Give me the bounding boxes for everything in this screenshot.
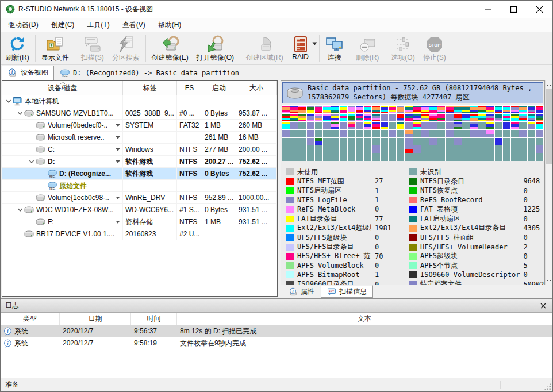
expand-chevron-icon[interactable] [16, 110, 24, 116]
tree-row-1[interactable]: SAMSUNG MZVLB1T0...0025_388B_9...#0 ...0… [2, 107, 277, 120]
block-map-cell [495, 130, 502, 137]
tree-row-9[interactable]: WDC WD10EZEX-08W...WD-WCC6Y6...#1 S...0 … [2, 204, 277, 216]
block-map-cell [315, 114, 322, 121]
block-map-cell [397, 138, 404, 145]
legend-label: Ext2/Ext3/Ext4超级块 [297, 223, 371, 233]
block-map-cell [421, 153, 429, 161]
log-panel-title: 日志 [5, 301, 19, 310]
block-map-cell [389, 106, 396, 113]
dropdown-arrow-icon[interactable] [312, 41, 317, 46]
dropdown-arrow-icon[interactable] [114, 196, 121, 200]
block-map-cell [331, 106, 339, 113]
device-fs-cell: #0 ... [177, 107, 202, 119]
block-map-cell [389, 122, 396, 129]
tree-header-col-1[interactable]: 标签 [123, 81, 177, 95]
device-size-cell [236, 95, 277, 107]
toolbar-separator [145, 35, 146, 62]
block-map-cell [429, 138, 437, 145]
block-map-cell [389, 130, 396, 137]
tree-header-col-0[interactable]: 设备/磁盘 [2, 81, 123, 95]
tree-row-7[interactable]: REC.原始文件 [2, 180, 277, 192]
block-map-cell [437, 122, 445, 129]
block-map-cell [348, 145, 355, 153]
menu-item-tools[interactable]: 工具(T) [80, 18, 116, 32]
tree-row-11[interactable]: BR17 DEVICE V1.00 1....20160823#2 U... [2, 228, 277, 240]
block-map-cell [478, 106, 486, 113]
rec-icon: REC. [47, 181, 57, 190]
toolbar-button-open-image[interactable]: 打开镜像(O) [193, 33, 238, 64]
toolbar-button-connect[interactable]: 连接 [321, 33, 348, 64]
block-map-cell [405, 145, 412, 153]
scrollbar-thumb[interactable] [546, 89, 552, 164]
log-close-button[interactable] [539, 301, 548, 310]
partition-search-icon [117, 35, 135, 52]
toolbar-button-refresh[interactable]: 刷新(R) [2, 33, 33, 64]
block-map-cell [381, 106, 388, 113]
log-text-cell: 8m 12s 的 D: 扫描已完成 [177, 326, 552, 336]
block-map-cell [298, 114, 306, 121]
tree-header: 设备/磁盘标签FS启动大小 [2, 81, 277, 95]
resize-grip[interactable] [544, 383, 551, 390]
tree-row-2[interactable]: Volume{0bedecf0-..SYSTEMFAT321 MB260 MB [2, 120, 277, 132]
tab-scan-information[interactable]: 扫描信息 [321, 285, 373, 298]
device-name: BR17 DEVICE V1.00 1.... [36, 230, 114, 238]
raid-icon [291, 35, 310, 52]
block-map-cell [315, 106, 322, 113]
expand-chevron-icon[interactable] [28, 159, 36, 164]
tree-row-4[interactable]: C:WindowsNTFS277 MB200.00 ... [2, 144, 277, 156]
scroll-up-icon[interactable] [546, 80, 552, 89]
create-image-icon [161, 35, 179, 52]
block-map-cell [413, 138, 421, 145]
tab-device-view[interactable]: i设备视图 [2, 66, 54, 80]
toolbar-button-raid[interactable]: RAID [287, 33, 317, 64]
tree-header-col-3[interactable]: 启动 [202, 81, 236, 95]
minimize-button[interactable] [475, 1, 501, 18]
log-header-col-2[interactable]: 时间 [131, 313, 177, 325]
menu-item-help[interactable]: 帮助(H) [152, 18, 188, 32]
log-row-0[interactable]: i系统2020/12/79:56:378m 12s 的 D: 扫描已完成 [1, 325, 552, 337]
log-row-1[interactable]: i系统2020/12/79:58:19文件枚举在9秒内完成 [1, 337, 552, 349]
log-header-col-3[interactable]: 文本 [177, 313, 552, 325]
toolbar-button-show-files[interactable]: 显示文件 [37, 33, 73, 64]
tree-row-3[interactable]: Microsoft reserve..261 MB16 MB [2, 132, 277, 144]
tree-row-5[interactable]: D:软件游戏NTFS200.27 ...752.62 ... [2, 156, 277, 168]
disk-icon [36, 121, 46, 130]
tree-header-label: 启动 [212, 83, 226, 93]
scroll-down-icon[interactable] [546, 277, 552, 285]
tree-row-8[interactable]: Volume{1ecb0c98-..WinRE_DRVNTFS952.89 ..… [2, 192, 277, 204]
legend-item: ReFS MetaBlock0 [286, 205, 405, 214]
block-map-cell [348, 130, 355, 137]
tree-header-col-4[interactable]: 大小 [236, 81, 277, 95]
close-button[interactable] [527, 1, 552, 18]
expand-chevron-icon[interactable] [16, 207, 24, 213]
toolbar-button-create-image[interactable]: 创建镜像(E) [148, 33, 193, 64]
tab-properties[interactable]: i属性 [282, 285, 321, 298]
maximize-button[interactable] [501, 1, 527, 18]
menu-item-create[interactable]: 创建(C) [45, 18, 81, 32]
tree-header-col-2[interactable]: FS [177, 81, 202, 95]
block-map-cell [478, 114, 486, 121]
dropdown-arrow-icon[interactable] [114, 136, 121, 140]
tab-recognized-partition[interactable]: REC.D: (Recognized0) -> Basic data parti… [54, 66, 245, 80]
block-map-cell [381, 153, 388, 161]
block-map-cell [397, 145, 404, 153]
tree-row-10[interactable]: F:资料存储NTFS1 MB931.51 ... [2, 216, 277, 228]
tree-row-0[interactable]: 本地计算机 [2, 95, 277, 107]
scrollbar[interactable] [545, 80, 552, 285]
expand-chevron-icon[interactable] [5, 98, 13, 104]
block-map-cell [511, 106, 519, 113]
log-header-col-1[interactable]: 日期 [60, 313, 131, 325]
dropdown-arrow-icon[interactable] [114, 148, 121, 152]
menu-item-drive[interactable]: 驱动器(D) [2, 18, 45, 32]
svg-text:REC.: REC. [62, 74, 68, 77]
dropdown-arrow-icon[interactable] [114, 124, 121, 128]
device-name: SAMSUNG MZVLB1T0... [36, 109, 114, 117]
dropdown-arrow-icon[interactable] [114, 160, 121, 164]
tree-row-6[interactable]: REC.D: (Recognize...软件游戏NTFS0 Bytes752.6… [2, 168, 277, 180]
menu-item-view[interactable]: 查看(V) [116, 18, 152, 32]
block-map-cell [372, 122, 379, 129]
log-header-col-0[interactable]: 类型 [1, 313, 60, 325]
dropdown-arrow-icon[interactable] [114, 220, 121, 224]
legend-item: NTFS目录条目9648 [409, 176, 545, 186]
legend-label: UFS/FFS超级块 [297, 233, 371, 243]
